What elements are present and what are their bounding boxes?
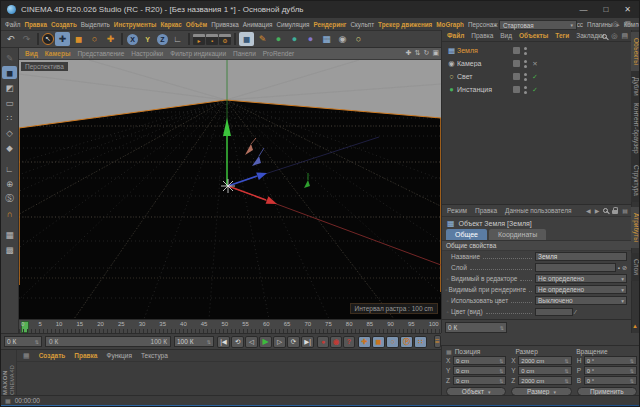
tab-coordinates[interactable]: Координаты [489,229,546,240]
object-name[interactable]: Камера [457,60,513,67]
materials-filter-icon[interactable]: ▦ [23,352,30,360]
lock-icon[interactable] [612,210,618,214]
camera-tool-icon[interactable]: ◉ [335,32,350,46]
range-start-field[interactable]: 0 К⇅ [4,336,42,347]
object-manager-menu-item[interactable]: Теги [555,32,569,39]
size-field[interactable]: 2000 cm⇅ [518,356,571,365]
object-manager-menu-item[interactable]: Вид [500,32,512,39]
color-slider-icon[interactable]: ∕ [575,309,576,315]
visibility-dots[interactable] [524,60,527,68]
enabled-badge[interactable]: ✓ [531,86,539,94]
render-region-icon[interactable]: ▪ [206,34,218,45]
attribute-menu-item[interactable]: Данные пользователя [505,207,571,214]
menu-item[interactable]: MoGraph [436,21,464,28]
pan-view-icon[interactable]: ✚ [406,49,412,57]
object-row[interactable]: ○ Свет ✓ [442,70,631,83]
menu-item[interactable]: Файл [5,21,20,28]
play-button[interactable]: ▶ [259,336,272,348]
position-field[interactable]: 0 cm⇅ [453,366,506,375]
menu-item[interactable]: Скульпт [350,21,374,28]
enabled-badge[interactable]: ✓ [531,73,539,81]
snap-icon[interactable]: Ⓢ [2,192,17,205]
anim-track-icon[interactable]: ◦ [444,309,451,315]
layer-chip[interactable] [513,47,520,54]
vtab-content-browser[interactable]: Контент-браузер [631,97,640,160]
spinner-icon[interactable]: ⇅ [499,378,503,384]
name-field[interactable]: Земля [535,252,627,261]
next-frame-button[interactable]: ▷ [273,336,286,348]
spinner-icon[interactable]: ⇅ [630,358,634,364]
use-color-dropdown[interactable]: Выключено ▾ [535,296,627,305]
spinner-icon[interactable]: ⇅ [500,325,504,331]
vtab-layers[interactable]: Слои [631,253,640,281]
object-row[interactable]: ● Инстанция ✓ [442,83,631,96]
materials-menu-item[interactable]: Функция [106,352,132,359]
object-manager-menu-item[interactable]: Файл [447,32,464,39]
soft-selection-icon[interactable]: ⊕ [2,177,17,190]
live-selection-icon[interactable]: ↖ [42,33,54,45]
viewport-menu-item[interactable]: Представление [77,50,124,57]
spinner-icon[interactable]: ⇅ [564,378,568,384]
goto-start-button[interactable]: |◀ [217,336,230,348]
layer-field[interactable] [535,263,616,272]
viewport-menu-item[interactable]: Настройки [131,50,163,57]
goto-end-button[interactable]: ▶| [301,336,314,348]
panel-icon[interactable]: ▤ [622,207,628,214]
lock-y-axis-icon[interactable]: Y [140,32,155,46]
points-mode-icon[interactable]: ∷ [2,111,17,124]
attribute-menu-item[interactable]: Режим [447,207,467,214]
autokey-button[interactable]: ◉ [330,336,342,348]
rotate-view-icon[interactable]: ↻ [424,49,430,57]
vtab-structure[interactable]: Структура [631,159,640,202]
materials-menu-item[interactable]: Правка [74,352,97,359]
vtab-objects[interactable]: Объекты [631,32,640,71]
panel-resize-icon[interactable]: ▲ [632,323,638,329]
edges-mode-icon[interactable]: ◇ [2,126,17,139]
spinner-icon[interactable]: ⇅ [207,339,211,345]
object-row[interactable]: ◉ Камера ✕ [442,57,631,70]
object-name[interactable]: Инстанция [457,86,513,93]
rotate-tool-icon[interactable]: ○ [87,32,102,46]
rotation-field[interactable]: 0 °⇅ [584,376,637,385]
clear-layer-icon[interactable]: ⊘ [622,264,627,271]
key-rotation-toggle[interactable]: ○ [386,336,399,348]
undo-icon[interactable]: ↶ [3,32,18,46]
visible-editor-dropdown[interactable]: Не определено ▾ [535,274,627,283]
layout-panel-icon[interactable]: ▤ [624,20,631,28]
menu-item[interactable]: Привязка [211,21,239,28]
size-field[interactable]: 0 cm⇅ [518,366,571,375]
anim-track-icon[interactable]: ◦ [444,298,451,304]
modeling-pen-icon[interactable]: ✎ [2,51,17,64]
workplane-lock-icon[interactable]: ▩ [2,243,17,256]
last-tool-icon[interactable]: ✚ [103,32,118,46]
menu-item[interactable]: Плагины [587,21,613,28]
play-reverse-button[interactable]: ⟲ [231,336,244,348]
workplane-icon[interactable]: ▦ [2,228,17,241]
texture-mode-icon[interactable]: ◩ [2,81,17,94]
anim-track-icon[interactable]: ◦ [444,276,451,282]
size-field[interactable]: 2000 cm⇅ [518,376,571,385]
search-icon[interactable] [602,34,607,39]
object-manager-menu-item[interactable]: Объекты [519,32,548,39]
viewport-canvas[interactable] [19,60,441,319]
layer-menu-icon[interactable]: ▪ [618,265,620,271]
render-view-icon[interactable]: ▸ [193,34,205,45]
attribute-menu-item[interactable]: Правка [475,207,497,214]
materials-menu-item[interactable]: Текстура [141,352,168,359]
filter-icon[interactable]: ◎ [611,32,617,40]
position-field[interactable]: 0 cm⇅ [453,356,506,365]
record-keyframe-button[interactable]: ● [317,336,329,348]
menu-item[interactable]: Рендеринг [313,21,346,28]
redo-icon[interactable]: ↷ [19,32,34,46]
enabled-badge[interactable]: ✕ [531,60,539,68]
maximize-button[interactable]: □ [603,5,608,14]
viewport[interactable]: Вид Камеры Представление Настройки Фильт… [19,48,441,319]
object-name[interactable]: Свет [457,73,513,80]
tab-general[interactable]: Общее [446,229,487,240]
minimize-button[interactable]: — [579,5,587,14]
range-end-field[interactable]: 100 К⇅ [174,336,214,347]
rotation-field[interactable]: 0 °⇅ [584,366,637,375]
search-icon[interactable] [603,208,608,213]
viewport-menu-item[interactable]: Панели [233,50,256,57]
menu-item[interactable]: Трекер движения [378,21,432,28]
